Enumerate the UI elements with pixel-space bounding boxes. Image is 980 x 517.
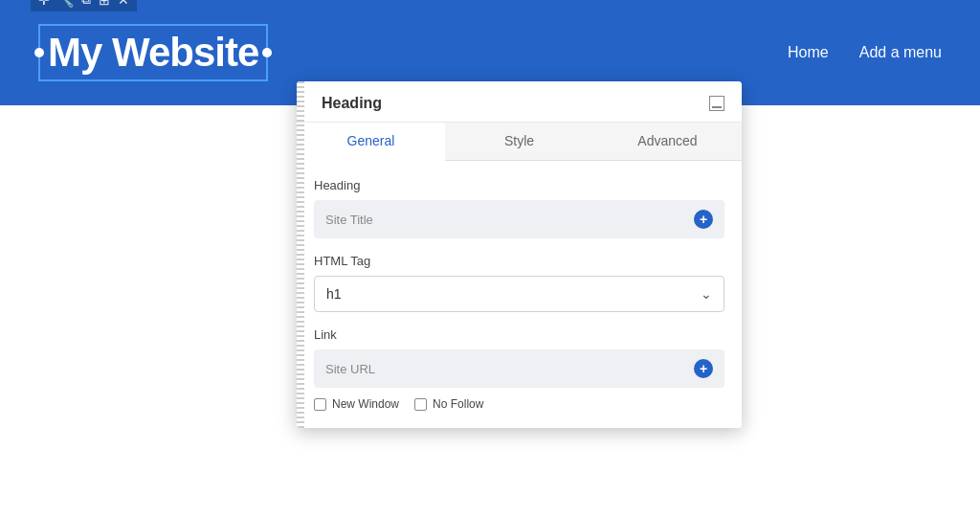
- new-window-label: New Window: [332, 397, 399, 411]
- heading-add-button[interactable]: +: [694, 210, 713, 229]
- heading-panel: Heading General Style Advanced Heading S…: [297, 81, 742, 428]
- site-url-placeholder: Site URL: [325, 362, 375, 376]
- panel-minimize-button[interactable]: [709, 96, 724, 111]
- heading-input-row[interactable]: Site Title +: [314, 200, 724, 238]
- panel-header: Heading: [297, 81, 742, 123]
- site-title: My Website: [48, 30, 258, 75]
- html-tag-value: h1: [326, 286, 342, 302]
- panel-tabs: General Style Advanced: [297, 123, 742, 161]
- handle-left: [34, 48, 44, 57]
- heading-field-label: Heading: [314, 178, 724, 192]
- grid-icon[interactable]: ⊞: [99, 0, 110, 8]
- link-add-button[interactable]: +: [694, 359, 713, 378]
- heading-placeholder: Site Title: [325, 213, 373, 227]
- site-logo-area: ✛ 🔧 ⧉ ⊞ ✕ My Website: [38, 24, 268, 81]
- no-follow-label: No Follow: [433, 397, 483, 411]
- checkboxes-row: New Window No Follow: [314, 397, 724, 411]
- new-window-checkbox-box[interactable]: [314, 398, 326, 411]
- nav-home[interactable]: Home: [788, 44, 829, 61]
- widget-toolbar[interactable]: ✛ 🔧 ⧉ ⊞ ✕: [31, 0, 137, 11]
- site-nav: Home Add a menu: [788, 44, 942, 61]
- panel-title: Heading: [314, 95, 382, 112]
- new-window-checkbox[interactable]: New Window: [314, 397, 399, 411]
- drag-handle[interactable]: [297, 81, 304, 428]
- html-tag-field-label: HTML Tag: [314, 254, 724, 268]
- edit-icon[interactable]: 🔧: [57, 0, 74, 8]
- link-field-label: Link: [314, 327, 724, 342]
- selected-widget: My Website: [38, 24, 268, 81]
- tab-advanced[interactable]: Advanced: [593, 123, 742, 160]
- tab-general[interactable]: General: [297, 123, 445, 161]
- html-tag-select[interactable]: h1 ⌄: [314, 276, 724, 312]
- tab-style[interactable]: Style: [445, 123, 593, 160]
- link-section: Link Site URL + New Window No Follow: [314, 327, 724, 411]
- duplicate-icon[interactable]: ⧉: [81, 0, 91, 8]
- close-icon[interactable]: ✕: [118, 0, 129, 8]
- panel-body: Heading Site Title + HTML Tag h1 ⌄ Link …: [297, 161, 742, 428]
- no-follow-checkbox[interactable]: No Follow: [414, 397, 483, 411]
- site-url-row[interactable]: Site URL +: [314, 349, 724, 388]
- handle-right: [262, 48, 272, 57]
- nav-add-menu[interactable]: Add a menu: [859, 44, 942, 61]
- no-follow-checkbox-box[interactable]: [414, 398, 427, 411]
- chevron-down-icon: ⌄: [701, 286, 712, 302]
- move-icon[interactable]: ✛: [38, 0, 50, 8]
